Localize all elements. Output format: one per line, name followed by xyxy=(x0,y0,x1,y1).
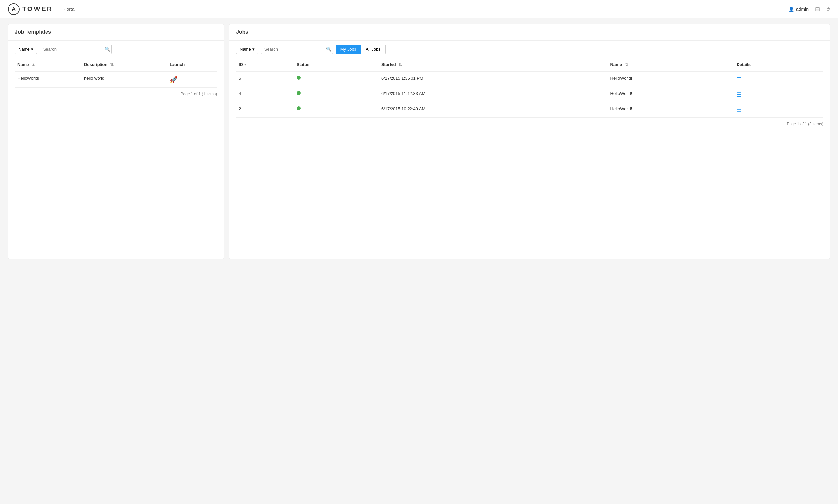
job-name: HelloWorld! xyxy=(608,103,734,118)
col-header-name: Name ▲ xyxy=(15,58,82,71)
job-templates-table-header-row: Name ▲ Description ⇅ Launch xyxy=(15,58,217,71)
col-header-description: Description ⇅ xyxy=(82,58,167,71)
job-id: 2 xyxy=(236,103,294,118)
main-content: Job Templates Name ▾ 🔍 Name ▲ xyxy=(0,18,838,265)
filter-dropdown-icon: ▾ xyxy=(31,47,33,52)
portal-label: Portal xyxy=(64,6,76,12)
header-right: 👤 admin ⊟ ⎋ xyxy=(788,5,830,13)
job-id: 4 xyxy=(236,87,294,103)
jobs-search-input[interactable] xyxy=(261,45,323,54)
details-icon[interactable]: ☰ xyxy=(736,76,742,83)
tab-all-jobs[interactable]: All Jobs xyxy=(361,44,386,54)
job-status xyxy=(294,103,379,118)
col-header-started: Started ⇅ xyxy=(379,58,608,71)
jobs-search-button[interactable]: 🔍 xyxy=(323,45,333,54)
job-details[interactable]: ☰ xyxy=(734,103,823,118)
name-filter-label: Name xyxy=(18,47,30,52)
jobs-table-header-row: ID ▾ Status Started ⇅ Name ⇅ Details xyxy=(236,58,823,71)
job-started: 6/17/2015 1:36:01 PM xyxy=(379,71,608,87)
job-status xyxy=(294,87,379,103)
job-details[interactable]: ☰ xyxy=(734,87,823,103)
jobs-pagination: Page 1 of 1 (3 items) xyxy=(230,118,830,130)
jobs-header: Jobs xyxy=(230,24,830,40)
app-header: A TOWER Portal 👤 admin ⊟ ⎋ xyxy=(0,0,838,18)
job-details[interactable]: ☰ xyxy=(734,71,823,87)
app-name: TOWER xyxy=(22,5,53,13)
launch-icon[interactable]: 🚀 xyxy=(170,76,178,83)
job-templates-pagination: Page 1 of 1 (1 items) xyxy=(8,88,224,100)
job-templates-search-box: 🔍 xyxy=(40,44,112,54)
col-header-launch: Launch xyxy=(167,58,217,71)
job-id: 5 xyxy=(236,71,294,87)
col-header-id: ID ▾ xyxy=(236,58,294,71)
sort-started-icon: ⇅ xyxy=(398,62,402,67)
details-icon[interactable]: ☰ xyxy=(736,107,742,113)
job-templates-toolbar: Name ▾ 🔍 xyxy=(8,40,224,58)
jobs-search-box: 🔍 xyxy=(261,44,333,54)
job-templates-search-button[interactable]: 🔍 xyxy=(102,45,112,54)
user-icon: 👤 xyxy=(788,6,794,12)
jobs-panel: Jobs Name ▾ 🔍 My Jobs All Jobs xyxy=(229,23,830,259)
template-name: HelloWorld! xyxy=(15,71,82,88)
status-dot xyxy=(297,76,301,79)
job-started: 6/17/2015 10:22:49 AM xyxy=(379,103,608,118)
sort-description-icon: ⇅ xyxy=(110,62,113,67)
details-icon[interactable]: ☰ xyxy=(736,91,742,98)
job-templates-panel: Job Templates Name ▾ 🔍 Name ▲ xyxy=(8,23,224,259)
jobs-tabs: My Jobs All Jobs xyxy=(336,44,386,54)
sort-job-name-icon: ⇅ xyxy=(625,62,628,67)
col-header-job-name: Name ⇅ xyxy=(608,58,734,71)
admin-user: 👤 admin xyxy=(788,6,808,12)
jobs-filter-label: Name xyxy=(239,47,251,52)
jobs-table: ID ▾ Status Started ⇅ Name ⇅ Details xyxy=(236,58,823,118)
template-launch[interactable]: 🚀 xyxy=(167,71,217,88)
name-filter-btn[interactable]: Name ▾ xyxy=(15,44,37,54)
job-status xyxy=(294,71,379,87)
template-description: hello world! xyxy=(82,71,167,88)
status-dot xyxy=(297,91,301,95)
job-started: 6/17/2015 11:12:33 AM xyxy=(379,87,608,103)
col-header-details: Details xyxy=(734,58,823,71)
table-row: 4 6/17/2015 11:12:33 AM HelloWorld! ☰ xyxy=(236,87,823,103)
job-templates-table: Name ▲ Description ⇅ Launch HelloWorld! … xyxy=(15,58,217,88)
job-name: HelloWorld! xyxy=(608,87,734,103)
logo-icon: A xyxy=(8,3,20,15)
monitor-icon[interactable]: ⊟ xyxy=(815,5,820,13)
table-row: HelloWorld! hello world! 🚀 xyxy=(15,71,217,88)
col-header-status: Status xyxy=(294,58,379,71)
logo: A TOWER xyxy=(8,3,53,15)
jobs-toolbar: Name ▾ 🔍 My Jobs All Jobs xyxy=(230,40,830,58)
jobs-name-filter-btn[interactable]: Name ▾ xyxy=(236,44,258,54)
job-templates-header: Job Templates xyxy=(8,24,224,40)
job-templates-search-input[interactable] xyxy=(40,45,102,54)
job-templates-title: Job Templates xyxy=(15,29,51,35)
job-name: HelloWorld! xyxy=(608,71,734,87)
table-row: 5 6/17/2015 1:36:01 PM HelloWorld! ☰ xyxy=(236,71,823,87)
jobs-filter-dropdown-icon: ▾ xyxy=(252,47,255,52)
id-dropdown-icon: ▾ xyxy=(244,63,246,67)
jobs-table-wrapper: ID ▾ Status Started ⇅ Name ⇅ Details xyxy=(230,58,830,118)
table-row: 2 6/17/2015 10:22:49 AM HelloWorld! ☰ xyxy=(236,103,823,118)
tab-my-jobs[interactable]: My Jobs xyxy=(336,44,361,54)
jobs-title: Jobs xyxy=(236,29,248,35)
job-templates-table-wrapper: Name ▲ Description ⇅ Launch HelloWorld! … xyxy=(8,58,224,88)
logout-icon[interactable]: ⎋ xyxy=(826,5,830,13)
admin-name: admin xyxy=(796,6,808,12)
status-dot xyxy=(297,106,301,110)
sort-name-icon: ▲ xyxy=(32,62,36,67)
